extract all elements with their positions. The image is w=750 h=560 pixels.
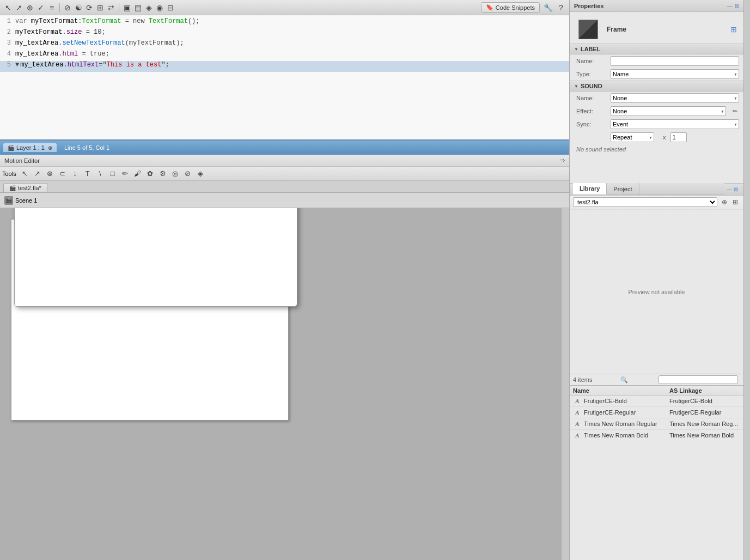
label-triangle: ▼ (574, 47, 578, 52)
motion-editor-collapse[interactable]: ⇒ (560, 157, 565, 164)
swf-window[interactable]: test2.swf This is a test (14, 208, 297, 307)
tab-project[interactable]: Project (607, 183, 639, 194)
tool-deco[interactable]: ✿ (144, 168, 156, 179)
tool-brush[interactable]: 🖌 (132, 168, 144, 179)
props-collapse-btn[interactable]: — (727, 3, 733, 9)
external-link-icon[interactable]: ⊞ (730, 25, 739, 34)
code-icon: 🔖 (486, 4, 493, 11)
tool-swf[interactable]: ◉ (155, 3, 164, 13)
layer-tab[interactable]: 🎬 Layer 1 : 1 ⊕ (3, 143, 57, 152)
motion-editor-bar: Motion Editor ⇒ (0, 155, 569, 167)
tab-library[interactable]: Library (573, 183, 607, 194)
library-search-input[interactable] (658, 375, 738, 384)
props-link-btn[interactable]: ⊞ (735, 3, 739, 9)
lib-item-1[interactable]: A FrutigerCE-Regular FrutigerCE-Regular (570, 407, 743, 418)
tool-debug[interactable]: ⊘ (63, 3, 72, 13)
scene-name: Scene 1 (15, 197, 37, 204)
code-snippets-button[interactable]: 🔖 Code Snippets (481, 2, 540, 13)
sound-effect-edit-icon[interactable]: ✏ (730, 107, 739, 115)
lib-properties-icon[interactable]: ⊞ (730, 197, 740, 207)
tool-pencil[interactable]: ✏ (119, 168, 131, 179)
tool-cursor[interactable]: ↖ (19, 168, 31, 179)
tool-pen[interactable]: ↓ (69, 168, 81, 179)
repeat-count-input[interactable] (670, 132, 687, 142)
lib-item-linkage-0: FrutigerCE-Bold (669, 398, 740, 404)
bottom-area: Motion Editor ⇒ Tools ↖ ↗ ⊗ ⊂ ↓ T \ □ ✏ … (0, 155, 569, 560)
font-icon-0: A (573, 397, 582, 405)
properties-panel: Properties — ⊞ Frame ⊞ ▼ LABEL Name: Typ… (569, 0, 743, 560)
tool-list[interactable]: ≡ (47, 3, 57, 13)
properties-title: Properties (574, 3, 603, 9)
tool-debug2[interactable]: ☯ (74, 3, 83, 13)
lib-item-3[interactable]: A Times New Roman Bold Times New Roman B… (570, 430, 743, 441)
tool-format[interactable]: ⊞ (95, 3, 105, 13)
scene-item[interactable]: 🎬 Scene 1 (4, 196, 37, 205)
canvas-area[interactable]: times new roman test2.swf This is a test (0, 208, 569, 560)
tool-bone[interactable]: ⚙ (157, 168, 169, 179)
tool-symbol[interactable]: ⊕ (25, 3, 35, 13)
repeat-select[interactable]: Repeat Loop (611, 132, 654, 142)
help-icon[interactable]: ? (556, 3, 566, 13)
type-select[interactable]: Name Anchor Comment Stop (611, 69, 739, 79)
library-tabs: Library Project (573, 183, 724, 195)
sound-section-title: SOUND (581, 83, 602, 89)
tool-swap[interactable]: ⇄ (106, 3, 116, 13)
motion-editor-label: Motion Editor (4, 157, 40, 164)
code-line-1: 1 var myTextFormat:TextFormat = new Text… (0, 17, 569, 28)
tool-export[interactable]: ⊟ (166, 3, 175, 13)
lib-toolbar-icons: ⊕ ⊞ (719, 197, 740, 207)
lib-item-2[interactable]: A Times New Roman Regular Times New Roma… (570, 418, 743, 430)
tool-arrow[interactable]: ↖ (3, 3, 13, 13)
frame-preview (578, 20, 598, 39)
code-editor[interactable]: 1 var myTextFormat:TextFormat = new Text… (0, 15, 569, 141)
editor-status: Line 5 of 5, Col 1 (64, 144, 109, 151)
tool-play[interactable]: ▣ (122, 3, 132, 13)
tool-eyedropper[interactable]: ⊘ (182, 168, 194, 179)
tool-movie[interactable]: ◈ (144, 3, 154, 13)
font-icon-2: A (573, 419, 582, 428)
lib-collapse-btn[interactable]: — (727, 186, 732, 192)
tool-paint-bucket[interactable]: ◎ (169, 168, 181, 179)
tool-rect[interactable]: □ (107, 168, 119, 179)
sound-name-select[interactable]: None (611, 93, 739, 103)
lib-new-folder-icon[interactable]: ⊕ (719, 197, 729, 207)
file-tab[interactable]: 🎬 test2.fla* (3, 183, 47, 192)
sound-sync-select-wrapper: Event Start Stop Stream (611, 119, 739, 129)
lib-item-linkage-1: FrutigerCE-Regular (669, 409, 740, 416)
tool-film[interactable]: ▤ (133, 3, 143, 13)
library-file-dropdown[interactable]: test2.fla (573, 197, 717, 207)
lib-panel-controls: — ⊞ (724, 186, 740, 192)
wrench-icon[interactable]: 🔧 (543, 3, 553, 13)
lib-item-name-1: FrutigerCE-Regular (584, 409, 667, 416)
sound-effect-select[interactable]: None (611, 106, 726, 116)
code-line-3: 3 my_textArea.setNewTextFormat(myTextFor… (0, 39, 569, 50)
tool-select[interactable]: ↗ (14, 3, 24, 13)
tool-line[interactable]: \ (94, 168, 106, 179)
right-resize-handle[interactable] (743, 0, 750, 560)
lib-item-linkage-3: Times New Roman Bold (669, 432, 740, 439)
canvas-scrollbar[interactable] (561, 208, 569, 560)
sep1 (59, 3, 60, 12)
no-sound-text: No sound selected (570, 144, 743, 155)
layer-name: Layer 1 : 1 (16, 144, 45, 151)
tool-lasso[interactable]: ⊂ (57, 168, 69, 179)
tool-sync[interactable]: ⟳ (84, 3, 94, 13)
stage[interactable]: times new roman test2.swf This is a test (11, 219, 289, 421)
lib-link-btn[interactable]: ⊞ (734, 186, 738, 192)
name-input[interactable] (611, 56, 739, 66)
code-line-5: 5 ▼ my_textArea.htmlText="This is a test… (0, 61, 569, 72)
file-tab-bar: 🎬 test2.fla* (0, 181, 569, 193)
label-section-title: LABEL (581, 46, 601, 52)
lib-item-linkage-2: Times New Roman Regular (669, 421, 740, 427)
label-section-header[interactable]: ▼ LABEL (570, 44, 743, 54)
sound-name-label: Name: (576, 95, 606, 101)
lib-item-0[interactable]: A FrutigerCE-Bold FrutigerCE-Bold (570, 395, 743, 407)
tool-eraser[interactable]: ◈ (194, 168, 206, 179)
tool-3d-rot[interactable]: ⊗ (44, 168, 56, 179)
repeat-x-label: x (663, 134, 666, 141)
tool-check[interactable]: ✓ (36, 3, 46, 13)
sound-section-header[interactable]: ▼ SOUND (570, 81, 743, 92)
sound-sync-select[interactable]: Event Start Stop Stream (611, 119, 739, 129)
tool-text-tool[interactable]: T (82, 168, 94, 179)
tool-subsel[interactable]: ↗ (32, 168, 44, 179)
